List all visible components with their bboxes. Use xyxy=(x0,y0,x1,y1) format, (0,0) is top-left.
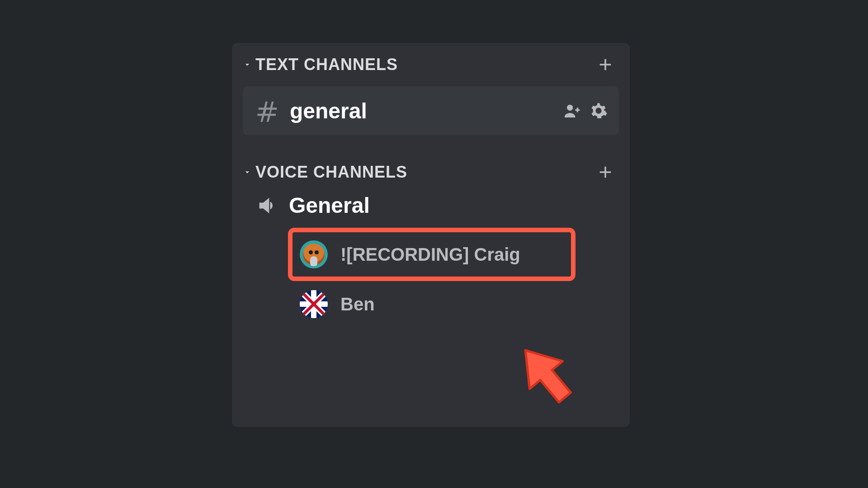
add-text-channel-button[interactable] xyxy=(595,55,615,75)
voice-participant-craig[interactable]: ![RECORDING] Craig xyxy=(292,231,572,277)
voice-channels-label: VOICE CHANNELS xyxy=(255,163,407,182)
hash-icon xyxy=(255,99,280,123)
text-channel-actions xyxy=(562,101,608,120)
text-channel-name: general xyxy=(290,99,552,123)
text-channels-label: TEXT CHANNELS xyxy=(255,55,398,74)
channel-settings-button[interactable] xyxy=(589,101,608,120)
plus-icon xyxy=(596,163,615,182)
chevron-down-icon xyxy=(243,168,252,177)
chevron-down-icon xyxy=(243,60,252,69)
person-plus-icon xyxy=(562,102,580,120)
participant-name: ![RECORDING] Craig xyxy=(340,244,520,265)
voice-participant-ben[interactable]: Ben xyxy=(292,286,383,322)
avatar xyxy=(300,240,328,268)
add-voice-channel-button[interactable] xyxy=(595,162,615,182)
participant-name: Ben xyxy=(340,294,375,314)
avatar xyxy=(300,290,328,318)
discord-sidebar-screenshot: TEXT CHANNELS general xyxy=(0,0,868,488)
channel-list-panel: TEXT CHANNELS general xyxy=(232,43,630,427)
voice-channels-category-header[interactable]: VOICE CHANNELS xyxy=(243,157,619,186)
voice-channel-name: General xyxy=(289,193,370,218)
voice-channels-category-toggle[interactable]: VOICE CHANNELS xyxy=(243,163,407,182)
voice-channel-general[interactable]: General xyxy=(243,186,619,222)
text-channel-general[interactable]: general xyxy=(243,86,619,135)
text-channels-category-toggle[interactable]: TEXT CHANNELS xyxy=(243,55,398,74)
invite-people-button[interactable] xyxy=(562,101,581,120)
gear-icon xyxy=(590,102,608,120)
speaker-icon xyxy=(255,194,279,217)
text-channels-category-header[interactable]: TEXT CHANNELS xyxy=(243,49,619,78)
plus-icon xyxy=(596,55,615,74)
